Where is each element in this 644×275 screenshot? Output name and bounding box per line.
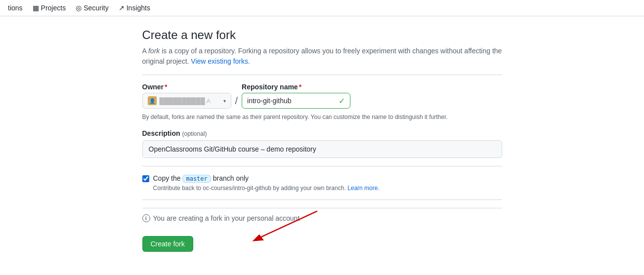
owner-name: ██████████ A [160,97,220,105]
copy-branch-section: Copy the master branch only Contribute b… [142,174,502,192]
owner-avatar-icon: 👤 [148,96,157,105]
repo-required-star: * [299,83,301,91]
owner-label: Owner* [142,83,231,91]
description-section: Description(optional) [142,129,502,158]
nav-label-insights: Insights [127,4,150,12]
branch-badge: master [182,175,211,183]
info-row: i You are creating a fork in your person… [142,208,502,228]
nav-label-actions: tions [8,4,23,12]
page-title: Create a new fork [142,28,502,42]
section-divider-1 [142,75,502,75]
copy-branch-label: Copy the master branch only [153,174,249,183]
view-forks-link[interactable]: View existing forks. [191,57,250,65]
svg-marker-1 [252,235,263,241]
nav-item-projects[interactable]: ▦ Projects [33,4,66,12]
copy-branch-row: Copy the master branch only [142,174,502,183]
info-text: You are creating a fork in your personal… [153,214,300,222]
repo-helper-text: By default, forks are named the same as … [142,113,502,121]
owner-repo-section: Owner* 👤 ██████████ A ▾ / Repository nam… [142,83,502,121]
slash-separator: / [235,95,238,109]
copy-branch-checkbox[interactable] [142,175,149,182]
security-icon: ◎ [76,4,82,12]
copy-branch-helper: Contribute back to oc-courses/intro-git-… [153,185,502,192]
owner-field-group: Owner* 👤 ██████████ A ▾ [142,83,231,109]
create-fork-section: Create fork [142,236,502,252]
nav-item-insights[interactable]: ↗ Insights [119,4,150,12]
create-fork-button[interactable]: Create fork [142,236,193,252]
check-icon: ✓ [339,96,345,106]
repo-name-field-group: Repository name* ✓ [242,83,350,109]
owner-repo-row: Owner* 👤 ██████████ A ▾ / Repository nam… [142,83,502,109]
description-label: Description(optional) [142,129,502,137]
owner-required-star: * [165,83,167,91]
projects-icon: ▦ [33,4,39,12]
desc-italic: fork [148,47,160,55]
repo-name-label: Repository name* [242,83,350,91]
section-divider-3 [142,199,502,200]
repo-name-input-wrapper: ✓ [242,93,350,109]
page-description: A fork is a copy of a repository. Forkin… [142,46,502,67]
desc-part1: A [142,47,148,55]
insights-icon: ↗ [119,4,125,12]
description-input[interactable] [142,140,502,158]
nav-label-security: Security [84,4,109,12]
nav-label-projects: Projects [41,4,66,12]
nav-item-security[interactable]: ◎ Security [76,4,109,12]
learn-more-link[interactable]: Learn more. [347,185,380,192]
optional-label: (optional) [182,130,207,137]
section-divider-2 [142,166,502,166]
chevron-down-icon: ▾ [223,98,226,104]
repo-name-input[interactable] [247,97,336,105]
owner-select[interactable]: 👤 ██████████ A ▾ [142,93,231,109]
main-content: Create a new fork A fork is a copy of a … [134,16,510,264]
top-nav: tions ▦ Projects ◎ Security ↗ Insights [0,0,644,16]
info-icon: i [142,214,150,222]
nav-item-actions[interactable]: tions [8,4,23,12]
